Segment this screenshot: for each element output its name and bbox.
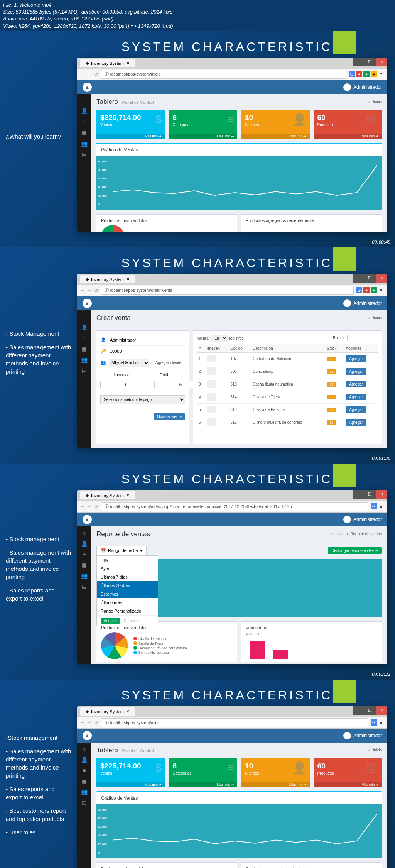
date-option[interactable]: Hoy xyxy=(97,556,158,564)
date-range-button[interactable]: 📅 Rango de fecha ▾ xyxy=(96,546,147,555)
maximize-button[interactable]: ☐ xyxy=(364,490,376,499)
user-menu[interactable]: Administrador xyxy=(343,299,382,307)
sidebar-box-icon[interactable]: ▣ xyxy=(82,130,87,136)
nav-buttons[interactable]: ← → ⟳ xyxy=(80,719,99,726)
breadcrumb[interactable]: ⌂ Inicio xyxy=(368,316,382,320)
maximize-button[interactable]: ☐ xyxy=(364,706,376,715)
table-header[interactable]: Código xyxy=(228,344,251,353)
code-input[interactable] xyxy=(109,348,185,355)
sidebar-box-icon[interactable]: ▣ xyxy=(82,778,87,784)
export-excel-button[interactable]: Descargar reporte en Excel xyxy=(328,547,382,554)
minimize-button[interactable]: — xyxy=(353,58,364,66)
extension-icons[interactable]: G●●≡ xyxy=(356,287,384,293)
date-option[interactable]: Últimos 7 días xyxy=(97,573,158,581)
sidebar-box-icon[interactable]: ▣ xyxy=(82,562,87,568)
apply-button[interactable]: Aceptar xyxy=(101,618,120,624)
sidebar-sales-icon[interactable]: ▤ xyxy=(82,151,87,157)
user-menu[interactable]: Administrador xyxy=(343,83,382,91)
nav-buttons[interactable]: ← → ⟳ xyxy=(80,503,99,509)
sidebar-home-icon[interactable]: ⌂ xyxy=(83,97,86,103)
sidebar-sales-icon[interactable]: ▤ xyxy=(82,367,87,374)
cancel-button[interactable]: Cancelar xyxy=(122,618,140,624)
sidebar-users-icon[interactable]: 👤 xyxy=(81,540,88,547)
sidebar-list-icon[interactable]: ≡ xyxy=(83,119,86,125)
page-size-select[interactable]: 10 xyxy=(211,335,228,342)
user-menu[interactable]: Administrador xyxy=(343,516,382,523)
breadcrumb[interactable]: ⌂ Inicio › Reporte de ventas xyxy=(331,532,382,536)
search-input[interactable] xyxy=(347,335,378,341)
stat-card[interactable]: 60Productos🛒Más info ➜ xyxy=(314,758,382,787)
sidebar-list-icon[interactable]: ≡ xyxy=(83,767,86,773)
sidebar-home-icon[interactable]: ⌂ xyxy=(83,746,86,752)
breadcrumb[interactable]: ⌂ Inicio xyxy=(368,748,382,752)
minimize-button[interactable]: — xyxy=(353,706,364,715)
sidebar-clients-icon[interactable]: 👥 xyxy=(81,140,88,147)
user-menu[interactable]: Administrador xyxy=(343,732,382,739)
close-button[interactable]: ✕ xyxy=(376,58,387,66)
sidebar-users-icon[interactable]: 👤 xyxy=(81,756,88,763)
table-header[interactable]: Imagen xyxy=(205,344,228,353)
sidebar-sales-icon[interactable]: ▤ xyxy=(82,584,87,590)
date-option[interactable]: Este mes xyxy=(97,590,158,598)
payment-select[interactable]: Selecciona método de pago xyxy=(100,395,185,404)
browser-tab[interactable]: ◆ Inventory System ✕ xyxy=(80,59,135,67)
stat-card[interactable]: 6Categorías≡Más info ➜ xyxy=(169,758,238,787)
save-sale-button[interactable]: Guardar venta xyxy=(154,413,185,420)
date-option[interactable]: Último mes xyxy=(97,598,158,607)
breadcrumb[interactable]: ⌂ Inicio xyxy=(368,100,382,104)
sidebar-clients-icon[interactable]: 👥 xyxy=(81,789,88,795)
table-header[interactable]: Descripción xyxy=(251,344,325,353)
add-button[interactable]: Agregar xyxy=(346,394,366,400)
sidebar-box-icon[interactable]: ▣ xyxy=(82,346,87,352)
sidebar-home-icon[interactable]: ⌂ xyxy=(83,313,86,320)
table-header[interactable]: Acciones xyxy=(344,344,378,353)
sidebar-list-icon[interactable]: ≡ xyxy=(83,551,86,557)
address-bar[interactable]: ⓘ localhost/pos-system/index.php?ruta=re… xyxy=(101,502,368,511)
date-option[interactable]: Rango Personalizado xyxy=(97,607,158,615)
add-client-button[interactable]: Agregar cliente xyxy=(152,359,185,366)
logo-icon[interactable]: ▲ xyxy=(83,515,92,524)
sidebar-sales-icon[interactable]: ▤ xyxy=(82,800,87,806)
close-button[interactable]: ✕ xyxy=(376,274,387,283)
minimize-button[interactable]: — xyxy=(353,490,364,499)
extension-icons[interactable]: G●●●≡ xyxy=(349,71,384,77)
client-select[interactable]: Miguel Murillo xyxy=(109,359,149,367)
browser-tab[interactable]: ◆ Inventory System ✕ xyxy=(80,491,135,499)
sidebar-users-icon[interactable]: 👤 xyxy=(81,324,88,330)
date-option[interactable]: Últimos 30 días xyxy=(97,581,158,590)
sidebar-home-icon[interactable]: ⌂ xyxy=(83,530,86,536)
sidebar-users-icon[interactable]: 👤 xyxy=(81,108,88,114)
tax-input[interactable] xyxy=(100,381,152,388)
stat-card[interactable]: 10Clientes👤Más info ➜ xyxy=(241,110,310,139)
close-button[interactable]: ✕ xyxy=(376,490,387,499)
add-button[interactable]: Agregar xyxy=(346,381,366,387)
add-button[interactable]: Agregar xyxy=(346,355,366,362)
add-button[interactable]: Agregar xyxy=(346,419,366,426)
nav-buttons[interactable]: ← → ⟳ xyxy=(80,71,99,77)
date-option[interactable]: Ayer xyxy=(97,564,158,573)
seller-input[interactable] xyxy=(109,337,185,343)
extension-icons[interactable]: G≡ xyxy=(371,719,384,726)
close-button[interactable]: ✕ xyxy=(376,706,387,715)
address-bar[interactable]: ⓘ localhost/pos-system/inicio xyxy=(101,718,368,727)
table-header[interactable]: # xyxy=(197,344,205,353)
table-header[interactable]: Stock xyxy=(325,344,344,353)
address-bar[interactable]: ⓘ localhost/pos-system/inicio xyxy=(101,70,346,79)
sidebar-clients-icon[interactable]: 👥 xyxy=(81,573,88,579)
maximize-button[interactable]: ☐ xyxy=(364,274,376,283)
extension-icons[interactable]: G≡ xyxy=(371,503,384,509)
logo-icon[interactable]: ▲ xyxy=(83,299,92,308)
stat-card[interactable]: $225,714.00Ventas$Más info ➜ xyxy=(96,110,165,139)
browser-tab[interactable]: ◆ Inventory System ✕ xyxy=(80,275,135,283)
stat-card[interactable]: 6Categorías≡Más info ➜ xyxy=(169,110,238,139)
add-button[interactable]: Agregar xyxy=(346,406,366,413)
nav-buttons[interactable]: ← → ⟳ xyxy=(80,287,99,293)
sidebar-list-icon[interactable]: ≡ xyxy=(83,335,86,341)
logo-icon[interactable]: ▲ xyxy=(83,83,92,92)
add-button[interactable]: Agregar xyxy=(346,368,366,375)
maximize-button[interactable]: ☐ xyxy=(364,58,376,66)
stat-card[interactable]: 60Productos🛒Más info ➜ xyxy=(314,110,382,139)
stat-card[interactable]: $225,714.00Ventas$Más info ➜ xyxy=(96,758,165,787)
address-bar[interactable]: ⓘ localhost/pos-system/crear-venta xyxy=(101,286,354,295)
logo-icon[interactable]: ▲ xyxy=(83,731,92,740)
